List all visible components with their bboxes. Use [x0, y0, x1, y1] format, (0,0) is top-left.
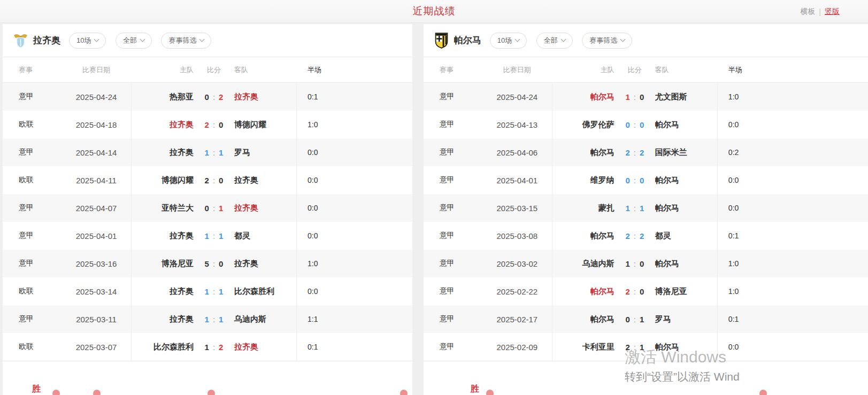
match-row[interactable]: 意甲 2025-04-24 热那亚 0 : 2 拉齐奥 0:1: [3, 83, 412, 111]
match-row[interactable]: 意甲 2025-04-01 维罗纳 0 : 0 帕尔马 0:0: [424, 166, 868, 194]
match-competition: 欧联: [3, 120, 62, 129]
col-date: 比赛日期: [62, 65, 131, 75]
filter-dropdown[interactable]: 全部: [536, 33, 573, 49]
half-time-score: 0:0: [297, 148, 412, 157]
match-row[interactable]: 意甲 2025-02-09 卡利亚里 2 : 1 帕尔马 0:0: [424, 333, 868, 361]
away-team-name: 国际米兰: [655, 148, 717, 158]
away-team-name: 拉齐奥: [234, 203, 296, 213]
away-team-name: 帕尔马: [655, 203, 717, 213]
match-competition: 意甲: [3, 259, 62, 268]
filter-dropdown[interactable]: 全部: [116, 33, 152, 49]
away-team-name: 罗马: [655, 314, 717, 324]
col-competition: 赛事: [3, 65, 62, 75]
col-away: 客队: [655, 65, 718, 75]
home-team-name: 卡利亚里: [552, 342, 614, 352]
home-score: 1: [625, 204, 629, 213]
filter-pills: 10场 全部 赛事筛选: [490, 33, 639, 49]
score-colon: :: [213, 315, 215, 324]
filter-dropdown[interactable]: 10场: [490, 33, 527, 49]
match-date: 2025-02-22: [482, 287, 552, 296]
away-score: 0: [640, 259, 644, 268]
team-name: 帕尔马: [454, 34, 481, 47]
home-score: 1: [625, 259, 629, 268]
summary-dot: [400, 390, 408, 395]
match-date: 2025-03-14: [62, 287, 131, 296]
match-row[interactable]: 意甲 2025-03-08 帕尔马 2 : 2 都灵 0:1: [424, 222, 868, 250]
home-team-name: 乌迪内斯: [552, 259, 614, 269]
match-row[interactable]: 意甲 2025-03-15 蒙扎 1 : 1 帕尔马 0:0: [424, 194, 868, 222]
away-team-name: 比尔森胜利: [234, 286, 296, 297]
half-time-score: 0:0: [297, 287, 412, 296]
filter-label: 全部: [123, 36, 137, 45]
away-score: 0: [219, 120, 223, 129]
filter-pills: 10场 全部 赛事筛选: [69, 33, 218, 49]
match-date: 2025-03-07: [62, 343, 131, 352]
half-time-score: 1:0: [297, 120, 412, 129]
match-row[interactable]: 意甲 2025-02-17 帕尔马 0 : 1 罗马 0:1: [424, 305, 868, 333]
chevron-down-icon: [620, 37, 626, 42]
match-score: 2 : 1: [614, 343, 655, 352]
match-row[interactable]: 意甲 2025-03-16 博洛尼亚 5 : 0 拉齐奥 1:0: [3, 250, 412, 277]
half-time-score: 1:0: [718, 92, 868, 101]
match-row[interactable]: 欧联 2025-04-11 博德闪耀 2 : 0 拉齐奥 0:0: [3, 166, 412, 194]
away-score: 2: [219, 343, 223, 352]
away-score: 2: [219, 92, 223, 102]
match-teams: 帕尔马 0 : 1 罗马: [552, 305, 718, 333]
table-header-row: 赛事 比赛日期 主队 比分 客队 半场: [3, 57, 412, 83]
layout-horizontal-link[interactable]: 横板: [800, 7, 815, 17]
parma-shield-icon: [434, 32, 449, 49]
home-team-name: 帕尔马: [552, 286, 614, 297]
match-competition: 欧联: [3, 175, 62, 185]
half-time-score: 0:1: [297, 343, 412, 351]
filter-dropdown[interactable]: 赛事筛选: [582, 33, 632, 49]
match-row[interactable]: 欧联 2025-03-14 拉齐奥 1 : 1 比尔森胜利 0:0: [3, 277, 412, 305]
view-toggle: 横板 | 竖版: [800, 0, 840, 23]
home-team-name: 帕尔马: [552, 231, 614, 241]
score-colon: :: [213, 287, 215, 296]
filter-dropdown[interactable]: 10场: [69, 33, 106, 49]
match-date: 2025-03-11: [62, 315, 131, 324]
match-score: 0 : 1: [194, 204, 234, 213]
col-competition: 赛事: [424, 65, 482, 75]
match-row[interactable]: 意甲 2025-02-22 帕尔马 2 : 0 博洛尼亚 1:0: [424, 277, 868, 305]
home-score: 2: [205, 120, 209, 129]
match-row[interactable]: 意甲 2025-04-06 帕尔马 2 : 2 国际米兰 0:2: [424, 138, 868, 166]
match-row[interactable]: 意甲 2025-03-11 拉齐奥 1 : 1 乌迪内斯 1:1: [3, 305, 412, 333]
away-score: 1: [219, 231, 223, 241]
match-teams: 拉齐奥 1 : 1 都灵: [131, 222, 297, 250]
away-score: 1: [219, 204, 223, 213]
away-team-name: 拉齐奥: [234, 259, 296, 269]
score-colon: :: [213, 92, 215, 102]
chevron-down-icon: [515, 37, 520, 42]
score-colon: :: [213, 204, 215, 213]
home-score: 0: [205, 92, 209, 102]
match-row[interactable]: 意甲 2025-04-24 帕尔马 1 : 0 尤文图斯 1:0: [424, 83, 868, 111]
col-half: 半场: [297, 65, 412, 75]
match-row[interactable]: 意甲 2025-03-02 乌迪内斯 1 : 0 帕尔马 1:0: [424, 250, 868, 277]
match-date: 2025-04-24: [482, 92, 552, 102]
match-row[interactable]: 意甲 2025-04-01 拉齐奥 1 : 1 都灵 0:0: [3, 222, 412, 250]
half-time-score: 1:0: [297, 259, 412, 268]
match-competition: 欧联: [3, 286, 62, 296]
match-row[interactable]: 意甲 2025-04-14 拉齐奥 1 : 1 罗马 0:0: [3, 138, 412, 166]
match-score: 2 : 2: [614, 148, 655, 157]
match-row[interactable]: 意甲 2025-04-07 亚特兰大 0 : 1 拉齐奥 0:0: [3, 194, 412, 222]
match-competition: 意甲: [424, 342, 482, 352]
match-date: 2025-04-01: [62, 231, 131, 241]
match-row[interactable]: 欧联 2025-03-07 比尔森胜利 1 : 2 拉齐奥 0:1: [3, 333, 412, 361]
filter-dropdown[interactable]: 赛事筛选: [161, 33, 211, 49]
win-label: 胜: [32, 384, 41, 395]
team-panel-left: 拉齐奥 10场 全部 赛事筛选 赛事 比赛日期 主队 比分 客队 半场 意甲 2…: [3, 24, 412, 395]
team-panel-right: 帕尔马 10场 全部 赛事筛选 赛事 比赛日期 主队 比分 客队 半场 意甲 2…: [424, 24, 868, 395]
home-team-name: 蒙扎: [552, 203, 614, 213]
away-score: 1: [219, 315, 223, 324]
layout-vertical-link[interactable]: 竖版: [825, 7, 840, 17]
half-time-score: 0:0: [718, 176, 868, 184]
match-score: 0 : 2: [194, 92, 234, 102]
team-logo: [434, 32, 449, 49]
lazio-eagle-icon: [13, 32, 28, 49]
match-row[interactable]: 欧联 2025-04-18 拉齐奥 2 : 0 博德闪耀 1:0: [3, 111, 412, 138]
match-row[interactable]: 意甲 2025-04-13 佛罗伦萨 0 : 0 帕尔马 0:0: [424, 111, 868, 138]
match-teams: 帕尔马 1 : 0 尤文图斯: [552, 83, 718, 111]
match-teams: 博德闪耀 2 : 0 拉齐奥: [131, 166, 297, 194]
